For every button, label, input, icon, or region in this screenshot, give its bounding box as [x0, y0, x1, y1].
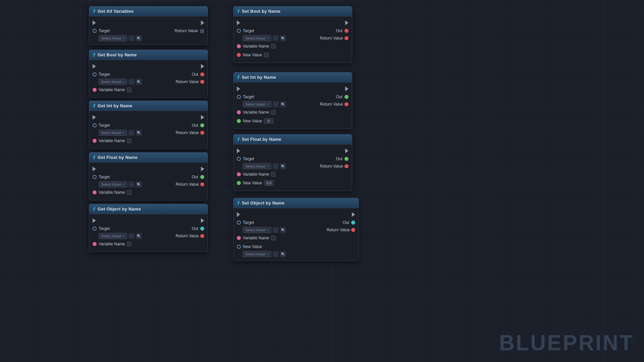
func-icon: f	[237, 74, 239, 80]
select-asset-button[interactable]: Select Asset ▼	[99, 79, 127, 85]
target-label: Target	[243, 95, 254, 99]
return-value-label: Return Value	[320, 164, 343, 169]
node-header-get-all-variables: f Get All Variables	[89, 6, 208, 16]
search-button[interactable]: 🔍	[136, 35, 142, 41]
select-asset-button[interactable]: Select Asset ▼	[99, 181, 127, 187]
target-in-pin	[237, 29, 241, 33]
back-button[interactable]: ←	[273, 35, 279, 41]
select-asset-label: Select Asset	[101, 234, 121, 238]
search-button[interactable]: 🔍	[136, 79, 142, 85]
back-button[interactable]: ←	[273, 101, 279, 107]
variable-name-label: Variable Name	[99, 190, 125, 195]
node-get-bool-by-name: f Get Bool by Name Target Out Sele	[89, 50, 208, 98]
node-title: Get Bool by Name	[98, 52, 137, 57]
return-value-label: Return Value	[176, 182, 199, 187]
select-asset-label: Select Asset	[245, 228, 266, 232]
var-name-in-pin	[93, 190, 97, 194]
new-value-select-asset-button[interactable]: Select Asset ▼	[243, 251, 271, 257]
select-asset-label: Select Asset	[101, 182, 121, 186]
search-button[interactable]: 🔍	[280, 163, 286, 169]
back-button[interactable]: ←	[128, 181, 135, 187]
exec-in-pin	[237, 86, 240, 91]
dropdown-arrow-icon: ▼	[122, 37, 125, 40]
target-label: Target	[243, 220, 254, 225]
target-label: Target	[99, 72, 110, 77]
return-value-pin	[344, 164, 348, 168]
new-value-in-pin	[237, 181, 241, 185]
node-title: Get Int by Name	[98, 103, 132, 108]
select-asset-button[interactable]: Select Asset ▼	[243, 227, 271, 233]
variable-name-checkbox	[271, 172, 276, 177]
node-title: Get Object by Name	[98, 206, 141, 212]
select-asset-button[interactable]: Select Asset ▼	[243, 101, 271, 107]
exec-out-pin	[201, 20, 204, 25]
dropdown-arrow-icon: ▼	[122, 80, 125, 83]
node-set-object-by-name: f Set Object by Name Target Out Se	[233, 198, 359, 261]
exec-out-pin	[201, 218, 204, 223]
out-pin	[200, 123, 204, 127]
back-button[interactable]: ←	[128, 35, 135, 41]
back-button[interactable]: ←	[128, 130, 135, 136]
node-header-get-float: f Get Float by Name	[89, 153, 208, 163]
node-title: Get Float by Name	[98, 155, 138, 160]
variable-name-label: Variable Name	[243, 110, 269, 115]
target-in-pin	[237, 157, 241, 161]
search-button[interactable]: 🔍	[280, 101, 286, 107]
target-in-pin	[93, 123, 97, 127]
select-asset-button[interactable]: Select Asset ▼	[99, 130, 127, 136]
search-button[interactable]: 🔍	[136, 130, 142, 136]
exec-in-pin	[93, 64, 96, 69]
exec-out-pin	[201, 167, 204, 171]
out-label: Out	[336, 95, 342, 99]
dropdown-arrow-icon: ▼	[267, 103, 269, 106]
variable-name-checkbox	[127, 190, 131, 195]
new-value-in-pin	[237, 245, 241, 249]
node-set-float-by-name: f Set Float by Name Target Out Sel	[233, 134, 352, 191]
out-pin	[200, 72, 204, 76]
node-header-set-int: f Set Int by Name	[233, 72, 352, 82]
node-title: Set Float by Name	[242, 137, 281, 142]
select-asset-button[interactable]: Select Asset ▼	[99, 35, 127, 41]
variable-name-checkbox	[127, 242, 131, 246]
out-label: Out	[336, 157, 342, 161]
exec-in-pin	[93, 115, 96, 120]
var-name-in-pin	[93, 242, 97, 246]
node-get-all-variables: f Get All Variables Target Return Value …	[89, 6, 208, 45]
node-header-set-float: f Set Float by Name	[233, 134, 352, 144]
return-value-pin	[200, 234, 204, 238]
select-asset-label: Select Asset	[101, 131, 121, 135]
select-asset-button[interactable]: Select Asset ▼	[243, 163, 271, 169]
search-button[interactable]: 🔍	[136, 233, 142, 239]
back-button[interactable]: ←	[128, 233, 135, 239]
var-name-in-pin	[237, 172, 241, 176]
exec-out-pin	[345, 86, 348, 91]
select-asset-button[interactable]: Select Asset ▼	[99, 233, 127, 239]
back-button[interactable]: ←	[273, 163, 279, 169]
search-button[interactable]: 🔍	[280, 227, 286, 233]
new-value-label: New Value	[243, 53, 262, 57]
search-button[interactable]: 🔍	[136, 181, 142, 187]
return-value-pin	[200, 80, 204, 84]
exec-in-pin	[237, 212, 240, 217]
out-label: Out	[343, 220, 349, 225]
target-label: Target	[99, 226, 110, 231]
func-icon: f	[93, 103, 95, 109]
target-in-pin	[93, 227, 97, 231]
select-asset-button[interactable]: Select Asset ▼	[243, 35, 271, 41]
new-value-back-button[interactable]: ←	[273, 251, 279, 257]
return-value-label: Return Value	[327, 228, 350, 232]
dropdown-arrow-icon: ▼	[122, 235, 125, 238]
select-asset-label: Select Asset	[245, 164, 266, 168]
node-title: Set Int by Name	[242, 75, 276, 80]
back-button[interactable]: ←	[128, 79, 135, 85]
new-value-input[interactable]: 0	[264, 118, 273, 124]
new-value-input[interactable]: 0.0	[264, 180, 274, 186]
back-button[interactable]: ←	[273, 227, 279, 233]
new-value-in-pin	[237, 53, 241, 57]
var-name-in-pin	[93, 88, 97, 92]
exec-out-pin	[201, 115, 204, 120]
search-button[interactable]: 🔍	[280, 35, 286, 41]
new-value-search-button[interactable]: 🔍	[280, 251, 286, 257]
variable-name-label: Variable Name	[243, 236, 269, 240]
out-pin	[200, 175, 204, 179]
